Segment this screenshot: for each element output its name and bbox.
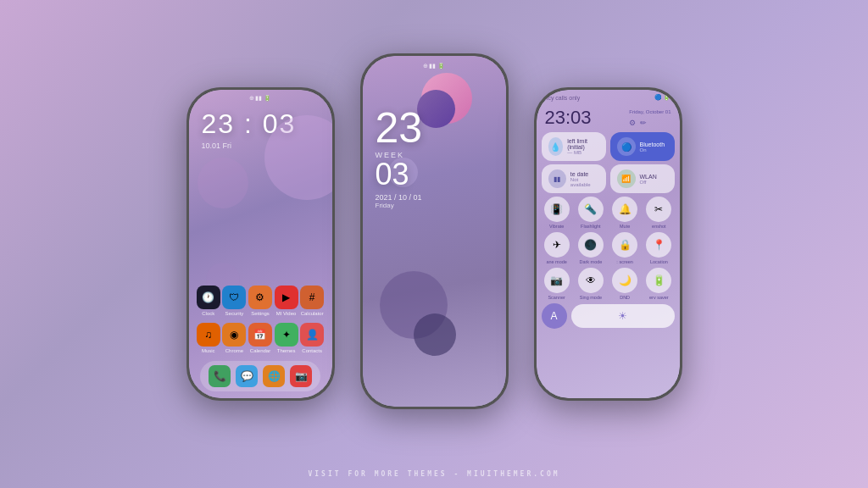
cc-lock-btn[interactable]: 🔒 : screen [609,232,640,264]
cc-bottom-bar: A ☀ [537,303,680,329]
airplane-icon: ✈ [544,232,570,258]
app-icon-bg: ◉ [222,323,246,347]
brightness-slider[interactable]: ☀ [571,304,675,328]
edit-icon[interactable]: ✏ [640,119,647,127]
right-status-text: ncy calls only [545,95,581,101]
phone-right: ncy calls only 🔵 🔋 23:03 Friday, October… [534,87,682,401]
center-date: 2021 / 10 / 01 [376,193,423,202]
cc-icon-grid-row3: 📷 Scanner 👁 Sing mode 🌙 DND 🔋 erv saver [537,268,680,300]
app-grid: 🕐 Clock 🛡 Security ⚙ Settings ▶ MI Video [189,286,332,360]
app-icon-bg: 🕐 [197,286,220,309]
cc-water-card[interactable]: 💧 left limit (initial) — MB [542,132,606,161]
dock-phone[interactable]: 📞 [209,365,231,387]
dock-messages[interactable]: 💬 [236,365,258,387]
bluetooth-icon: 🔵 [617,137,636,156]
app-label: Settings [251,311,270,316]
search-button[interactable]: A [542,303,567,329]
cc-dnd-btn[interactable]: 🌙 DND [609,268,640,300]
water-icon: 💧 [548,137,564,156]
app-icon-bg: 🛡 [222,286,246,309]
cc-battery-saver-btn[interactable]: 🔋 erv saver [643,268,674,300]
scanner-label: Scanner [548,295,565,300]
app-row-2: ♫ Music ◉ Chrome 📅 Calendar ✦ Themes [196,323,326,353]
cc-flashlight-btn[interactable]: 🔦 Flashlight [576,197,606,229]
app-mi-video[interactable]: ▶ MI Video [275,286,298,316]
cc-screenshot-btn[interactable]: ✂ enshot [643,197,674,229]
app-label: MI Video [276,311,297,316]
battery-saver-icon: 🔋 [646,268,671,293]
app-icon-bg: # [300,286,324,309]
dock-camera[interactable]: 📷 [290,365,312,387]
screenshot-label: enshot [652,224,666,229]
app-calendar[interactable]: 📅 Calendar [248,323,272,353]
app-security[interactable]: 🛡 Security [222,286,246,316]
right-status-bar: ncy calls only 🔵 🔋 [537,90,680,105]
brightness-icon: ☀ [618,310,627,322]
cc-airplane-btn[interactable]: ✈ ane mode [542,232,572,264]
app-themes[interactable]: ✦ Themes [275,323,298,353]
darkmode-label: Dark mode [579,259,602,264]
darkmode-icon: 🌑 [578,232,604,258]
location-icon: 📍 [646,232,671,258]
app-icon-bg: ✦ [275,323,298,347]
app-icon-bg: ⚙ [248,286,272,309]
cc-scanner-btn[interactable]: 📷 Scanner [542,268,572,300]
center-week-number: 23 [376,107,423,149]
app-settings[interactable]: ⚙ Settings [248,286,272,316]
water-sub: — MB [567,150,598,155]
flashlight-label: Flashlight [581,224,601,229]
singmode-label: Sing mode [580,295,602,300]
dnd-label: DND [620,295,630,300]
dock-browser[interactable]: 🌐 [263,365,285,387]
cc-bluetooth-card[interactable]: 🔵 Bluetooth On [610,132,675,161]
mute-icon: 🔔 [612,197,637,222]
app-label: Themes [277,348,296,353]
mute-label: Mute [620,224,630,229]
app-row-1: 🕐 Clock 🛡 Security ⚙ Settings ▶ MI Video [196,286,326,316]
phone-right-screen: ncy calls only 🔵 🔋 23:03 Friday, October… [537,90,680,398]
app-label: Security [225,311,244,316]
flashlight-icon: 🔦 [578,197,604,222]
cc-icon-grid-row1: 📳 Vibrate 🔦 Flashlight 🔔 Mute ✂ enshot [537,197,680,229]
bluetooth-status: On [640,147,665,152]
watermark: VISIT FOR MORE THEMES - MIUITHEMER.COM [308,470,559,478]
cc-mute-btn[interactable]: 🔔 Mute [609,197,640,229]
status-icons: ⊕ ▮▮ 🔋 [249,95,272,102]
phone-left-screen: ⊕ ▮▮ 🔋 23 : 03 10.01 Fri 🕐 Clock 🛡 Secur… [189,90,332,398]
app-label: Calculator [301,311,324,316]
bluetooth-label: Bluetooth [640,141,665,147]
dock: 📞 💬 🌐 📷 [200,361,320,391]
blob-dark-2 [414,313,456,356]
cc-data-card[interactable]: ▮▮ te date Not available [542,164,606,193]
water-label: left limit (initial) [567,138,598,150]
cc-location-btn[interactable]: 📍 Location [643,232,674,264]
status-bar: ⊕ ▮▮ 🔋 [189,90,332,102]
app-icon-bg: ▶ [275,286,298,309]
app-label: Chrome [225,348,243,353]
app-calculator[interactable]: # Calculator [300,286,324,316]
center-status-bar: ⊕ ▮▮ 🔋 [423,63,446,69]
app-label: Clock [202,311,214,316]
singmode-icon: 👁 [578,268,604,293]
phone-left: ⊕ ▮▮ 🔋 23 : 03 10.01 Fri 🕐 Clock 🛡 Secur… [186,87,335,401]
cc-wlan-card[interactable]: 📶 WLAN Off [610,164,675,193]
app-music[interactable]: ♫ Music [197,323,220,353]
cc-darkmode-btn[interactable]: 🌑 Dark mode [576,232,606,264]
app-label: Contacts [302,348,322,353]
location-label: Location [650,259,668,264]
app-label: Calendar [250,348,270,353]
cc-second-cards: ▮▮ te date Not available 📶 WLAN Off [537,164,680,193]
settings-icon[interactable]: ⚙ [629,119,636,127]
app-chrome[interactable]: ◉ Chrome [222,323,246,353]
cc-singmode-btn[interactable]: 👁 Sing mode [576,268,606,300]
phone-center-screen: ⊕ ▮▮ 🔋 23 WEEK 03 2021 / 10 / 01 Friday [363,56,506,407]
right-time: 23:03 [545,107,592,129]
app-icon-bg: 👤 [300,323,324,347]
dnd-icon: 🌙 [612,268,637,293]
cc-vibrate-btn[interactable]: 📳 Vibrate [542,197,572,229]
wlan-label: WLAN [640,174,657,180]
screenshot-icon: ✂ [646,197,671,222]
app-clock[interactable]: 🕐 Clock [197,286,220,316]
app-contacts[interactable]: 👤 Contacts [300,323,324,353]
lock-label: : screen [616,259,633,264]
